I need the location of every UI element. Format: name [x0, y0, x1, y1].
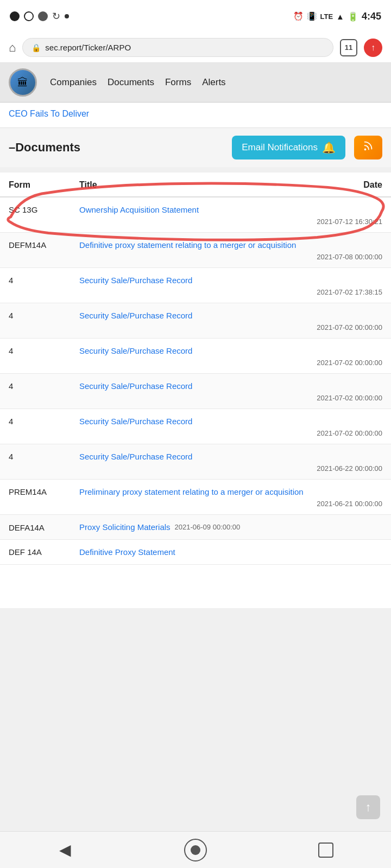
documents-header: –Documents Email Notifications 🔔 — [9, 136, 382, 159]
email-notifications-button[interactable]: Email Notifications 🔔 — [232, 136, 345, 159]
form-cell: DEF 14A — [9, 546, 79, 557]
status-moon-icon — [24, 11, 34, 21]
nav-recent-button[interactable] — [312, 837, 339, 864]
doc-title-link[interactable]: Security Sale/Purchase Record — [79, 380, 382, 392]
nav-back-button[interactable]: ◀ — [52, 837, 79, 864]
nav-alerts[interactable]: Alerts — [202, 77, 225, 88]
doc-date: 2021-06-21 00:00:00 — [79, 500, 382, 508]
ceo-fails-link[interactable]: CEO Fails To Deliver — [9, 109, 89, 118]
site-logo[interactable]: 🏛 — [9, 68, 37, 97]
title-date-cell: Security Sale/Purchase Record 2021-07-02… — [79, 310, 382, 331]
rss-button[interactable] — [354, 136, 382, 159]
tab-count-badge[interactable]: 11 — [340, 39, 357, 56]
form-cell: 4 — [9, 275, 79, 285]
doc-title-link[interactable]: Proxy Soliciting Materials — [79, 521, 171, 533]
form-cell: SC 13G — [9, 204, 79, 214]
home-icon[interactable]: ⌂ — [9, 41, 16, 55]
nav-home-button[interactable] — [182, 837, 209, 864]
title-date-cell: Ownership Acquisition Statement 2021-07-… — [79, 204, 382, 226]
form-cell: 4 — [9, 310, 79, 320]
home-inner-dot — [191, 845, 200, 855]
table-row[interactable]: 4 Security Sale/Purchase Record 2021-07-… — [0, 268, 391, 303]
form-cell: 4 — [9, 416, 79, 426]
url-bar[interactable]: 🔒 sec.report/Ticker/ARPO — [22, 38, 333, 57]
logo-icon: 🏛 — [17, 76, 28, 89]
signal-icon: ▲ — [336, 12, 344, 21]
title-date-cell: Proxy Soliciting Materials 2021-06-09 00… — [79, 521, 382, 533]
title-date-cell: Security Sale/Purchase Record 2021-06-22… — [79, 451, 382, 473]
alarm-icon: ⏰ — [293, 11, 304, 21]
documents-title: –Documents — [9, 141, 223, 155]
form-cell: DEFM14A — [9, 239, 79, 250]
url-text: sec.report/Ticker/ARPO — [45, 43, 131, 52]
lock-icon: 🔒 — [31, 43, 41, 52]
form-cell: PREM14A — [9, 486, 79, 496]
table-row[interactable]: 4 Security Sale/Purchase Record 2021-07-… — [0, 303, 391, 339]
back-arrow-icon: ◀ — [59, 841, 71, 859]
doc-title-link[interactable]: Preliminary proxy statement relating to … — [79, 486, 382, 497]
documents-table-wrapper: Form Title Date SC 13G Ownership Acquisi… — [0, 173, 391, 608]
status-right-icons: ⏰ 📳 LTE ▲ 🔋 4:45 — [293, 11, 381, 22]
status-dot-2 — [38, 11, 48, 21]
status-bar: ↻ ⏰ 📳 LTE ▲ 🔋 4:45 — [0, 0, 391, 33]
form-cell: 4 — [9, 451, 79, 461]
doc-title-link[interactable]: Security Sale/Purchase Record — [79, 275, 382, 286]
doc-title-link[interactable]: Definitive proxy statement relating to a… — [79, 239, 382, 251]
doc-date: 2021-07-08 00:00:00 — [79, 253, 382, 261]
status-time: 4:45 — [362, 11, 381, 22]
nav-links: Companies Documents Forms Alerts — [50, 77, 226, 88]
browser-bar: ⌂ 🔒 sec.report/Ticker/ARPO 11 ↑ — [0, 33, 391, 63]
nav-forms[interactable]: Forms — [165, 77, 191, 88]
email-notif-label: Email Notifications — [242, 142, 318, 153]
form-cell: 4 — [9, 345, 79, 355]
doc-title-link[interactable]: Ownership Acquisition Statement — [79, 204, 382, 215]
table-row[interactable]: 4 Security Sale/Purchase Record 2021-07-… — [0, 374, 391, 409]
title-date-cell: Definitive proxy statement relating to a… — [79, 239, 382, 261]
nav-documents[interactable]: Documents — [108, 77, 154, 88]
doc-title-link[interactable]: Security Sale/Purchase Record — [79, 416, 382, 427]
doc-date: 2021-07-02 00:00:00 — [79, 359, 382, 367]
doc-date: 2021-07-02 00:00:00 — [79, 394, 382, 402]
table-row[interactable]: PREM14A Preliminary proxy statement rela… — [0, 480, 391, 515]
lte-label: LTE — [320, 12, 333, 21]
form-cell: 4 — [9, 380, 79, 391]
doc-title-link[interactable]: Security Sale/Purchase Record — [79, 310, 382, 321]
documents-section: –Documents Email Notifications 🔔 — [0, 128, 391, 167]
title-date-cell: Security Sale/Purchase Record 2021-07-02… — [79, 380, 382, 402]
refresh-button[interactable]: ↑ — [364, 39, 382, 57]
title-date-cell: Preliminary proxy statement relating to … — [79, 486, 382, 508]
nav-bar: 🏛 Companies Documents Forms Alerts — [0, 63, 391, 103]
vibrate-icon: 📳 — [307, 11, 317, 21]
table-row[interactable]: 4 Security Sale/Purchase Record 2021-07-… — [0, 409, 391, 444]
doc-date: 2021-07-12 16:30:21 — [79, 218, 382, 226]
table-row[interactable]: 4 Security Sale/Purchase Record 2021-07-… — [0, 339, 391, 374]
title-date-cell: Security Sale/Purchase Record 2021-07-02… — [79, 416, 382, 437]
doc-date: 2021-07-02 00:00:00 — [79, 323, 382, 331]
table-row[interactable]: DEFA14A Proxy Soliciting Materials 2021-… — [0, 515, 391, 540]
battery-icon: 🔋 — [348, 11, 358, 22]
doc-date: 2021-07-02 00:00:00 — [79, 429, 382, 437]
doc-title-link[interactable]: Security Sale/Purchase Record — [79, 345, 382, 356]
table-row[interactable]: DEF 14A Definitive Proxy Statement — [0, 540, 391, 565]
table-row[interactable]: 4 Security Sale/Purchase Record 2021-06-… — [0, 444, 391, 480]
doc-date: 2021-06-22 00:00:00 — [79, 464, 382, 473]
title-date-cell: Security Sale/Purchase Record 2021-07-02… — [79, 345, 382, 367]
doc-date: 2021-07-02 17:38:15 — [79, 288, 382, 296]
doc-date-inline: 2021-06-09 00:00:00 — [175, 523, 241, 531]
bottom-nav-bar: ◀ — [0, 831, 391, 868]
bottom-spacer — [0, 565, 391, 608]
documents-table: Form Title Date SC 13G Ownership Acquisi… — [0, 173, 391, 608]
scroll-top-button[interactable]: ↑ — [356, 795, 380, 819]
prev-section: CEO Fails To Deliver — [0, 103, 391, 128]
recent-apps-icon — [318, 843, 333, 858]
status-dot-small — [65, 14, 69, 18]
status-sync-icon: ↻ — [52, 10, 60, 22]
table-row[interactable]: DEFM14A Definitive proxy statement relat… — [0, 233, 391, 268]
header-title: Title — [79, 180, 285, 190]
doc-title-link[interactable]: Definitive Proxy Statement — [79, 546, 382, 558]
nav-companies[interactable]: Companies — [50, 77, 97, 88]
doc-title-link[interactable]: Security Sale/Purchase Record — [79, 451, 382, 462]
status-icons: ↻ — [10, 10, 69, 22]
header-date: Date — [285, 180, 382, 190]
table-row[interactable]: SC 13G Ownership Acquisition Statement 2… — [0, 197, 391, 233]
